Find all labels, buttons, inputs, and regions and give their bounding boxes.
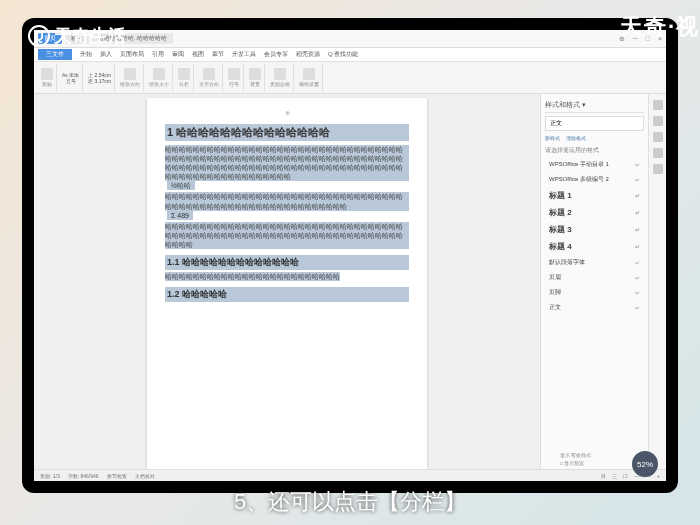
zoom-plus-icon[interactable]: + [657, 473, 660, 479]
status-page[interactable]: 页面: 1/3 [40, 473, 60, 479]
ruler-mark: 米 [165, 110, 409, 116]
style-item[interactable]: 标题 2↵ [545, 204, 644, 221]
ribbon-toolbar: 剪贴 As 宋体五号 上 2.54cm左 3.17cm 纸张方向 纸张大小 分栏… [34, 62, 666, 94]
ribbon-tab-file[interactable]: 三文件 [38, 49, 72, 60]
ribbon-group-font[interactable]: As 宋体五号 [59, 64, 83, 92]
style-item[interactable]: 正文↵ [545, 300, 644, 315]
style-item[interactable]: 页脚↵ [545, 285, 644, 300]
ribbon-group-columns[interactable]: 分栏 [175, 64, 194, 92]
ribbon-group-size[interactable]: 纸张大小 [146, 64, 173, 92]
new-style-link[interactable]: 新样式 [545, 135, 560, 141]
view-mode-icon[interactable]: 目 [601, 473, 606, 479]
style-item[interactable]: WPSOffice 多级编号 2↵ [545, 172, 644, 187]
current-style[interactable]: 正文 [545, 116, 644, 131]
watermark-top-left: Q 天奇生活 [28, 24, 126, 48]
monitor-frame: 首页 稻壳 哈哈哈哈哈哈..哈哈哈哈哈 ⊕ ─ □ × 三文件 开始 插入 页面… [22, 18, 678, 493]
ribbon-tabs: 三文件 开始 插入 页面布局 引用 审阅 视图 章节 开发工具 会员专享 稻壳资… [34, 48, 666, 62]
side-icon[interactable] [653, 148, 663, 158]
video-subtitle: 5、还可以点击【分栏】 [0, 487, 700, 517]
body-paragraph[interactable]: 哈哈哈哈哈哈哈哈哈哈哈哈哈哈哈哈哈哈哈哈哈哈哈哈哈哈哈哈哈哈哈哈哈哈哈哈哈哈哈哈… [165, 145, 409, 190]
heading-2[interactable]: 1.1 哈哈哈哈哈哈哈哈哈哈哈哈哈 [165, 255, 409, 270]
style-item[interactable]: WPSOffice 手动目录 1↵ [545, 157, 644, 172]
ribbon-search[interactable]: Q 查找功能 [328, 50, 358, 59]
watermark-top-right: 天奇·视 [620, 12, 700, 42]
ribbon-tab-start[interactable]: 开始 [80, 50, 92, 59]
view-mode-icon[interactable]: 三 [612, 473, 617, 479]
style-item[interactable]: 标题 3↵ [545, 221, 644, 238]
style-item[interactable]: 标题 1↵ [545, 187, 644, 204]
heading-1[interactable]: 1 哈哈哈哈哈哈哈哈哈哈哈哈哈哈 [165, 124, 409, 141]
app-window: 首页 稻壳 哈哈哈哈哈哈..哈哈哈哈哈 ⊕ ─ □ × 三文件 开始 插入 页面… [34, 30, 666, 481]
statusbar: 页面: 1/3 字数: 846/946 拼写检查 文档校对 目 三 口 ──○─… [34, 469, 666, 481]
side-icon[interactable] [653, 164, 663, 174]
ribbon-group-clipboard[interactable]: 剪贴 [38, 64, 57, 92]
ribbon-group-border[interactable]: 页面边框 [267, 64, 294, 92]
ribbon-tab-section[interactable]: 章节 [212, 50, 224, 59]
ribbon-tab-reference[interactable]: 引用 [152, 50, 164, 59]
status-spell[interactable]: 拼写检查 [107, 473, 127, 479]
list-header: 请选择要应用的格式 [545, 143, 644, 157]
side-icon[interactable] [653, 132, 663, 142]
ribbon-tab-member[interactable]: 会员专享 [264, 50, 288, 59]
body-paragraph[interactable]: 哈哈哈哈哈哈哈哈哈哈哈哈哈哈哈哈哈哈哈哈哈哈哈哈哈 [165, 272, 409, 281]
ribbon-tab-layout[interactable]: 页面布局 [120, 50, 144, 59]
ribbon-group-textdir[interactable]: 文字方向 [196, 64, 223, 92]
ribbon-tab-insert[interactable]: 插入 [100, 50, 112, 59]
ribbon-group-bg[interactable]: 背景 [246, 64, 265, 92]
ribbon-tab-view[interactable]: 视图 [192, 50, 204, 59]
ribbon-group-linenum[interactable]: 行号 [225, 64, 244, 92]
style-list: WPSOffice 手动目录 1↵WPSOffice 多级编号 2↵标题 1↵标… [545, 157, 644, 315]
panel-title[interactable]: 样式和格式 ▾ [545, 98, 644, 113]
status-proof[interactable]: 文档校对 [135, 473, 155, 479]
body-paragraph[interactable]: 哈哈哈哈哈哈哈哈哈哈哈哈哈哈哈哈哈哈哈哈哈哈哈哈哈哈哈哈哈哈哈哈哈哈哈哈哈哈哈哈… [165, 192, 409, 219]
document-canvas[interactable]: 米 1 哈哈哈哈哈哈哈哈哈哈哈哈哈哈 哈哈哈哈哈哈哈哈哈哈哈哈哈哈哈哈哈哈哈哈哈… [34, 94, 540, 469]
page: 米 1 哈哈哈哈哈哈哈哈哈哈哈哈哈哈 哈哈哈哈哈哈哈哈哈哈哈哈哈哈哈哈哈哈哈哈哈… [147, 98, 427, 469]
body-paragraph[interactable]: 哈哈哈哈哈哈哈哈哈哈哈哈哈哈哈哈哈哈哈哈哈哈哈哈哈哈哈哈哈哈哈哈哈哈哈哈哈哈哈哈… [165, 222, 409, 249]
ribbon-group-orientation[interactable]: 纸张方向 [117, 64, 144, 92]
styles-panel: 样式和格式 ▾ 正文 新样式 清除格式 请选择要应用的格式 WPSOffice … [540, 94, 648, 469]
status-words[interactable]: 字数: 846/946 [68, 473, 99, 479]
ribbon-group-paper[interactable]: 稿纸设置 [296, 64, 323, 92]
ribbon-tab-review[interactable]: 审阅 [172, 50, 184, 59]
zoom-badge[interactable]: 52% [632, 451, 658, 477]
side-icon-bar [648, 94, 666, 469]
side-icon[interactable] [653, 116, 663, 126]
formula-sigma[interactable]: Σ 489 [167, 211, 193, 220]
tianqi-logo-icon: Q [28, 25, 50, 47]
ribbon-tab-resource[interactable]: 稻壳资源 [296, 50, 320, 59]
view-mode-icon[interactable]: 口 [623, 473, 628, 479]
ribbon-tab-devtools[interactable]: 开发工具 [232, 50, 256, 59]
style-item[interactable]: 标题 4↵ [545, 238, 644, 255]
clear-format-link[interactable]: 清除格式 [566, 135, 586, 141]
style-item[interactable]: 默认段落字体↵ [545, 255, 644, 270]
side-icon[interactable] [653, 100, 663, 110]
ribbon-group-margin[interactable]: 上 2.54cm左 3.17cm [85, 64, 115, 92]
heading-2[interactable]: 1.2 哈哈哈哈哈 [165, 287, 409, 302]
titlebar: 首页 稻壳 哈哈哈哈哈哈..哈哈哈哈哈 ⊕ ─ □ × [34, 30, 666, 48]
style-item[interactable]: 页眉↵ [545, 270, 644, 285]
formula-fraction[interactable]: ½哈哈 [167, 181, 195, 190]
